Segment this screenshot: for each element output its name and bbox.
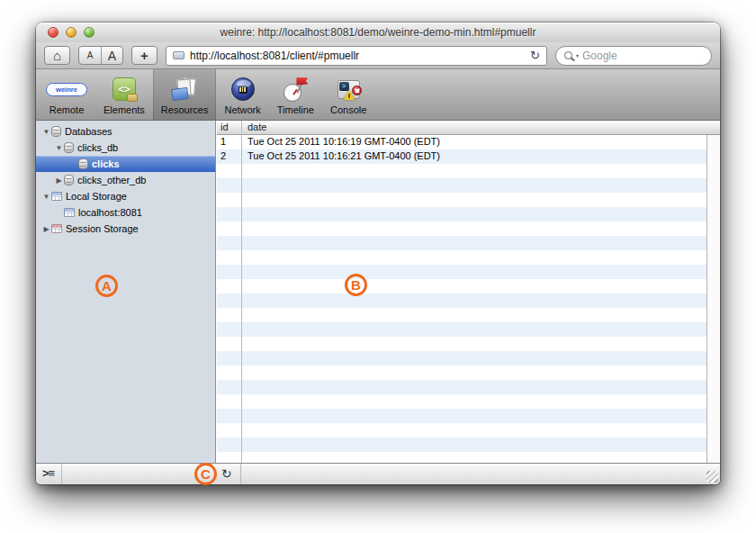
statusbar-divider — [61, 464, 62, 484]
screenshot-stage: weinre: http://localhost:8081/demo/weinr… — [0, 0, 756, 533]
annotation-a: A — [95, 275, 118, 297]
home-button[interactable]: ⌂ — [44, 46, 70, 65]
browser-toolbar: ⌂ A A + ↻ ▾ — [36, 42, 720, 69]
toolbar-button-remote[interactable]: weinre Remote — [38, 69, 95, 120]
remote-icon: weinre — [46, 77, 87, 102]
search-input[interactable] — [582, 50, 722, 62]
column-header-date[interactable]: date — [248, 122, 266, 132]
database-icon — [78, 158, 88, 169]
disclosure-triangle[interactable]: ▼ — [54, 144, 64, 152]
app-window: weinre: http://localhost:8081/demo/weinr… — [36, 23, 720, 484]
annotation-b: B — [345, 274, 367, 296]
toolbar-button-console[interactable]: > Console — [322, 69, 374, 120]
vertical-scrollbar[interactable] — [706, 135, 720, 463]
inspector-toolbar: weinre Remote <> Elements Resources — [36, 69, 720, 121]
reload-icon[interactable]: ↻ — [530, 49, 540, 62]
sidebar-item-clicks[interactable]: clicks — [36, 156, 215, 172]
table-row[interactable]: 2 Tue Oct 25 2011 10:16:21 GMT-0400 (EDT… — [217, 149, 706, 164]
titlebar[interactable]: weinre: http://localhost:8081/demo/weinr… — [36, 23, 720, 42]
database-icon — [64, 142, 74, 153]
disclosure-triangle[interactable]: ▼ — [41, 128, 51, 136]
search-icon — [564, 51, 572, 59]
resources-sidebar: ▼ Databases ▼ clicks_db clicks ▶ — [36, 121, 216, 463]
sidebar-item-clicks-db[interactable]: ▼ clicks_db — [36, 140, 215, 156]
home-icon: ⌂ — [53, 48, 61, 63]
minimize-button[interactable] — [66, 27, 76, 38]
timeline-icon — [283, 77, 308, 102]
data-grid-header[interactable]: id date — [217, 121, 720, 135]
window-title: weinre: http://localhost:8081/demo/weinr… — [117, 23, 639, 42]
toolbar-button-resources[interactable]: Resources — [153, 69, 217, 120]
elements-icon: <> — [112, 77, 136, 102]
statusbar: >≡ ↻ — [36, 463, 720, 484]
table-row[interactable]: 1 Tue Oct 25 2011 10:16:19 GMT-0400 (EDT… — [217, 135, 706, 149]
table-icon — [64, 208, 75, 217]
column-header-id[interactable]: id — [220, 122, 229, 132]
resize-grip[interactable] — [706, 471, 718, 483]
table-icon — [51, 224, 62, 233]
sidebar-item-local-storage[interactable]: ▼ Local Storage — [36, 188, 215, 204]
zoom-button[interactable] — [84, 27, 94, 38]
search-field[interactable]: ▾ — [555, 46, 712, 66]
statusbar-divider — [240, 464, 241, 484]
data-grid: id date 1 Tue Oct 25 2011 10:16:19 GMT-0… — [217, 121, 720, 463]
console-icon: > — [338, 77, 360, 102]
traffic-lights — [48, 27, 94, 38]
disclosure-triangle[interactable]: ▶ — [54, 176, 64, 185]
resources-icon — [172, 77, 197, 102]
refresh-button[interactable]: ↻ — [221, 466, 232, 481]
data-grid-body: 1 Tue Oct 25 2011 10:16:19 GMT-0400 (EDT… — [217, 135, 706, 463]
content-area: ▼ Databases ▼ clicks_db clicks ▶ — [36, 121, 720, 463]
network-icon — [231, 77, 255, 102]
sidebar-item-localhost-8081[interactable]: localhost:8081 — [36, 204, 215, 221]
search-engine-caret-icon[interactable]: ▾ — [576, 52, 579, 59]
annotation-c: C — [194, 463, 217, 485]
sidebar-item-session-storage[interactable]: ▶ Session Storage — [36, 221, 215, 237]
font-size-group: A A — [78, 46, 123, 65]
sidebar-item-databases[interactable]: ▼ Databases — [36, 123, 215, 140]
close-button[interactable] — [48, 27, 58, 38]
address-bar[interactable]: ↻ — [166, 46, 547, 66]
toolbar-button-network[interactable]: Network — [216, 69, 268, 120]
column-divider[interactable] — [241, 121, 242, 463]
toolbar-button-elements[interactable]: <> Elements — [95, 69, 153, 120]
favicon-icon — [173, 51, 184, 59]
sidebar-item-clicks-other-db[interactable]: ▶ clicks_other_db — [36, 172, 215, 188]
font-increase-button[interactable]: A — [101, 47, 122, 64]
font-decrease-button[interactable]: A — [79, 47, 101, 64]
database-icon — [64, 175, 74, 185]
database-icon — [51, 126, 61, 137]
new-tab-button[interactable]: + — [131, 46, 158, 65]
url-input[interactable] — [190, 50, 525, 62]
console-toggle-button[interactable]: >≡ — [42, 466, 54, 480]
toolbar-button-timeline[interactable]: Timeline — [269, 69, 322, 120]
disclosure-triangle[interactable]: ▶ — [41, 225, 51, 233]
table-icon — [51, 192, 62, 201]
disclosure-triangle[interactable]: ▼ — [41, 193, 51, 201]
